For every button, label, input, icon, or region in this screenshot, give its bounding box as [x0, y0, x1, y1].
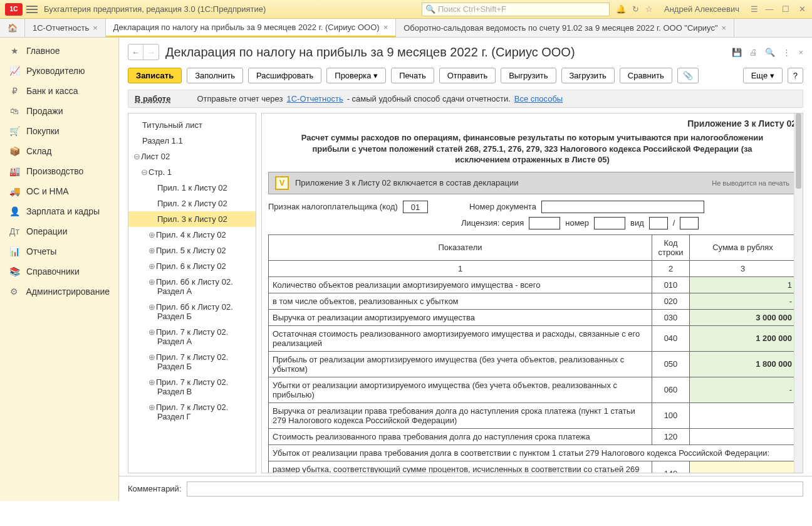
tree-item[interactable]: ⊕Прил. 5 к Листу 02	[128, 243, 256, 258]
sum-cell[interactable]: -	[690, 377, 796, 402]
expand-icon[interactable]: ⊕	[148, 377, 156, 387]
expand-icon[interactable]: ⊕	[148, 402, 156, 412]
expand-icon[interactable]: ⊕	[148, 261, 156, 271]
tree-item[interactable]: Титульный лист	[128, 117, 256, 133]
close-icon[interactable]: ×	[383, 23, 388, 32]
compare-button[interactable]: Сравнить	[620, 68, 672, 83]
sidebar-item-os[interactable]: 🚚ОС и НМА	[0, 181, 118, 201]
check-button[interactable]: Проверка ▾	[326, 68, 386, 83]
collapse-icon[interactable]: ⊖	[133, 152, 141, 161]
unload-button[interactable]: Выгрузить	[501, 68, 556, 83]
tab-osv[interactable]: Оборотно-сальдовая ведомость по счету 91…	[396, 19, 734, 37]
sum-cell[interactable]: 1	[690, 276, 796, 293]
user-name[interactable]: Андрей Алексеевич	[664, 4, 739, 14]
link-all-ways[interactable]: Все способы	[514, 94, 563, 103]
tree-item[interactable]: ⊕Прил. 4 к Листу 02	[128, 227, 256, 243]
print-icon[interactable]: 🖨	[749, 48, 757, 57]
tree-item[interactable]: ⊕Прил. 6 к Листу 02	[128, 258, 256, 274]
search-input[interactable]: 🔍 Поиск Ctrl+Shift+F	[422, 3, 610, 16]
tab-declaration[interactable]: Декларация по налогу на прибыль за 9 мес…	[106, 19, 396, 37]
sum-cell[interactable]: -	[690, 293, 796, 309]
sidebar-item-refs[interactable]: 📚Справочники	[0, 261, 118, 281]
close-icon[interactable]: ×	[798, 48, 803, 57]
write-button[interactable]: Записать	[128, 68, 182, 83]
settings-icon[interactable]: ☰	[751, 4, 758, 14]
box-icon: 📦	[9, 146, 20, 156]
sidebar-item-main[interactable]: ★Главное	[0, 41, 118, 61]
sidebar-item-manager[interactable]: 📈Руководителю	[0, 61, 118, 81]
tree-item[interactable]: ⊕Прил. 6б к Листу 02. Раздел А	[128, 274, 256, 299]
sidebar-item-hr[interactable]: 👤Зарплата и кадры	[0, 201, 118, 221]
expand-icon[interactable]: ⊕	[148, 327, 156, 337]
attach-button[interactable]: 📎	[677, 68, 699, 83]
docnum-input[interactable]	[541, 201, 704, 213]
status-state[interactable]: В работе	[135, 94, 170, 103]
close-icon[interactable]: ×	[722, 23, 727, 33]
lic-series-input[interactable]	[529, 217, 560, 229]
sidebar-item-prod[interactable]: 🏭Производство	[0, 161, 118, 181]
lic-vid2-input[interactable]	[680, 217, 699, 229]
fill-button[interactable]: Заполнить	[187, 68, 243, 83]
home-tab[interactable]: 🏠	[0, 19, 25, 37]
maximize-icon[interactable]: ☐	[781, 4, 791, 14]
tree-item[interactable]: ⊕Прил. 7 к Листу 02. Раздел В	[128, 374, 256, 399]
tree-item[interactable]: Прил. 1 к Листу 02	[128, 180, 256, 196]
expand-icon[interactable]: ⊕	[148, 246, 156, 255]
preview-icon[interactable]: 🔍	[765, 48, 775, 57]
lic-num-input[interactable]	[594, 217, 625, 229]
help-button[interactable]: ?	[788, 68, 803, 83]
more-icon[interactable]: ⋮	[783, 48, 791, 57]
comment-input[interactable]	[187, 481, 804, 497]
sidebar-item-ops[interactable]: ДтОперации	[0, 221, 118, 241]
tab-report[interactable]: 1С-Отчетность×	[25, 19, 106, 37]
menu-icon[interactable]	[26, 6, 38, 13]
close-icon[interactable]: ✕	[797, 4, 807, 14]
sidebar-item-sales[interactable]: 🛍Продажи	[0, 101, 118, 121]
lic-vid1-input[interactable]	[649, 217, 668, 229]
expand-icon[interactable]: ⊕	[148, 352, 156, 362]
tree-item[interactable]: ⊖Стр. 1	[128, 164, 256, 180]
star-icon[interactable]: ☆	[645, 4, 653, 14]
load-button[interactable]: Загрузить	[561, 68, 615, 83]
sidebar-item-reports[interactable]: 📊Отчеты	[0, 241, 118, 261]
taxpayer-code-input[interactable]: 01	[403, 201, 428, 213]
expand-icon[interactable]: ⊕	[148, 277, 156, 287]
tree-item[interactable]: ⊕Прил. 7 к Листу 02. Раздел Б	[128, 349, 256, 374]
sum-cell[interactable]	[690, 428, 796, 444]
sidebar-item-bank[interactable]: ₽Банк и касса	[0, 81, 118, 101]
more-button[interactable]: Еще ▾	[743, 68, 783, 83]
checkbox-include[interactable]: V	[275, 176, 289, 190]
sidebar-item-admin[interactable]: ⚙Администрирование	[0, 281, 118, 302]
expand-icon[interactable]: ⊕	[148, 230, 156, 239]
decipher-button[interactable]: Расшифровать	[248, 68, 321, 83]
sum-cell[interactable]	[690, 402, 796, 428]
link-1c-report[interactable]: 1С-Отчетность	[286, 94, 343, 103]
sum-cell[interactable]: -	[690, 461, 796, 473]
sum-cell[interactable]: 3 000 000	[690, 309, 796, 325]
bell-icon[interactable]: 🔔	[616, 4, 626, 14]
sum-cell[interactable]: 1 200 000	[690, 325, 796, 351]
back-button[interactable]: ←	[128, 45, 143, 60]
tree-item-selected[interactable]: Прил. 3 к Листу 02	[128, 211, 256, 227]
scrollbar[interactable]	[794, 113, 803, 473]
history-icon[interactable]: ↻	[632, 4, 639, 14]
sidebar-item-purchase[interactable]: 🛒Покупки	[0, 121, 118, 141]
tree-item[interactable]: Раздел 1.1	[128, 133, 256, 149]
print-button[interactable]: Печать	[391, 68, 434, 83]
expand-icon[interactable]: ⊕	[148, 302, 156, 312]
send-button[interactable]: Отправить	[439, 68, 496, 83]
tree-item[interactable]: ⊕Прил. 7 к Листу 02. Раздел Г	[128, 399, 256, 424]
tree-item[interactable]: ⊖Лист 02	[128, 149, 256, 164]
tree-item[interactable]: ⊕Прил. 6б к Листу 02. Раздел Б	[128, 299, 256, 324]
noprint-label: Не выводится на печать	[712, 179, 789, 187]
tree-item[interactable]: Прил. 2 к Листу 02	[128, 196, 256, 211]
forward-button[interactable]: →	[143, 45, 159, 60]
collapse-icon[interactable]: ⊖	[141, 167, 148, 177]
close-icon[interactable]: ×	[93, 23, 98, 33]
save-icon[interactable]: 💾	[732, 48, 742, 57]
sidebar-item-stock[interactable]: 📦Склад	[0, 141, 118, 161]
col-header: Показатели	[269, 234, 652, 260]
tree-item[interactable]: ⊕Прил. 7 к Листу 02. Раздел А	[128, 324, 256, 349]
minimize-icon[interactable]: —	[764, 4, 774, 14]
sum-cell[interactable]: 1 800 000	[690, 351, 796, 377]
